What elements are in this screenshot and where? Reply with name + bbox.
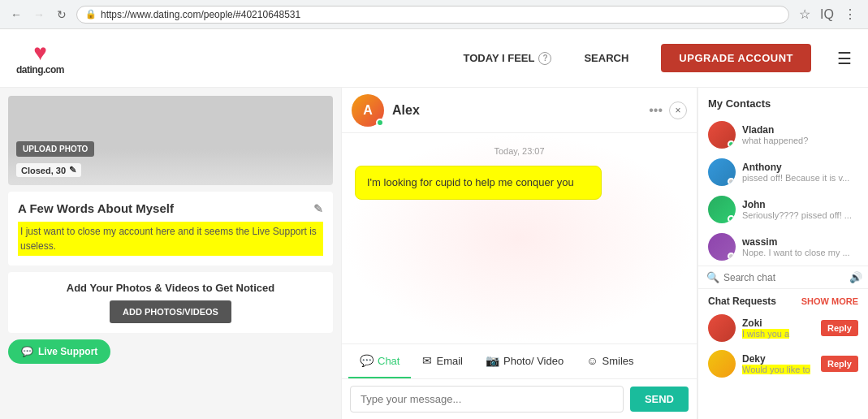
reload-button[interactable]: ↻ bbox=[54, 6, 70, 23]
search-chat-icon: 🔍 bbox=[706, 271, 719, 283]
photo-tab-label: Photo/ Video bbox=[503, 355, 564, 367]
avatar-status-dot bbox=[728, 140, 735, 148]
chat-background bbox=[342, 133, 697, 343]
about-section-title: A Few Words About Myself ✎ bbox=[18, 201, 323, 215]
contact-item[interactable]: wassim Nope. I want to close my ... bbox=[698, 228, 868, 266]
chat-requests-title: Chat Requests bbox=[708, 296, 776, 307]
contact-last-message: Seriously???? pissed off! ... bbox=[742, 210, 858, 220]
status-text: Closed, 30 bbox=[21, 166, 66, 175]
add-photos-button[interactable]: ADD PHOTOS/VIDEOS bbox=[110, 300, 231, 323]
request-message-row: Would you like to bbox=[742, 365, 814, 374]
logo-text: dating.com bbox=[16, 64, 64, 76]
request-item: Zoki I wish you a Reply bbox=[698, 310, 868, 346]
contact-last-message: Nope. I want to close my ... bbox=[742, 248, 858, 257]
photo-icon: 📷 bbox=[486, 354, 499, 367]
contact-avatar bbox=[708, 233, 736, 261]
secure-icon: 🔒 bbox=[85, 9, 97, 19]
contact-avatar bbox=[708, 158, 736, 186]
back-button[interactable]: ← bbox=[8, 6, 24, 23]
profile-bio: I just want to close my account here and… bbox=[18, 222, 323, 256]
about-section: A Few Words About Myself ✎ I just want t… bbox=[8, 192, 333, 266]
browser-actions: ☆ IQ ⋮ bbox=[796, 6, 860, 22]
show-more-link[interactable]: SHOW MORE bbox=[801, 296, 858, 306]
chat-header-actions: ••• × bbox=[649, 102, 687, 119]
chat-tab-photo[interactable]: 📷 Photo/ Video bbox=[474, 344, 575, 378]
iq-button[interactable]: IQ bbox=[817, 6, 837, 22]
bookmark-button[interactable]: ☆ bbox=[796, 6, 814, 22]
chat-tab-email[interactable]: ✉ Email bbox=[411, 344, 474, 378]
contact-info: John Seriously???? pissed off! ... bbox=[742, 199, 858, 220]
contact-item[interactable]: John Seriously???? pissed off! ... bbox=[698, 191, 868, 228]
request-name: Deky bbox=[742, 353, 814, 365]
contact-last-message: what happened? bbox=[742, 136, 858, 145]
request-avatar bbox=[708, 314, 736, 342]
chat-avatar: A bbox=[352, 94, 384, 127]
email-tab-label: Email bbox=[436, 355, 463, 367]
request-message: Would you like to bbox=[742, 365, 810, 374]
menu-button[interactable]: ⋮ bbox=[840, 6, 860, 22]
avatar-status-dot bbox=[728, 253, 735, 260]
forward-button[interactable]: → bbox=[31, 6, 47, 23]
search-link[interactable]: SEARCH bbox=[584, 52, 628, 64]
chat-tab-chat[interactable]: 💬 Chat bbox=[348, 344, 411, 378]
contacts-panel: My Contacts Vladan what happened? Anthon… bbox=[697, 88, 868, 419]
avatar-status-dot bbox=[728, 215, 735, 222]
contacts-title: My Contacts bbox=[698, 88, 868, 116]
chat-tabs: 💬 Chat ✉ Email 📷 Photo/ Video ☺ Smiles bbox=[342, 343, 697, 378]
photos-section: Add Your Photos & Videos to Get Noticed … bbox=[8, 272, 333, 333]
requests-list: Zoki I wish you a Reply Deky Would you l… bbox=[698, 310, 868, 382]
volume-icon: 🔊 bbox=[849, 271, 862, 283]
chat-user-name: Alex bbox=[392, 103, 420, 118]
send-button[interactable]: SEND bbox=[630, 387, 689, 412]
reply-button[interactable]: Reply bbox=[821, 356, 858, 372]
hamburger-button[interactable]: ☰ bbox=[837, 49, 852, 68]
contacts-list: Vladan what happened? Anthony pissed off… bbox=[698, 116, 868, 266]
edit-about-icon[interactable]: ✎ bbox=[313, 202, 323, 215]
header: ♥ dating.com TODAY I FEEL ? SEARCH UPGRA… bbox=[0, 29, 868, 88]
message-bubble: I'm looking for cupid to help me conquer… bbox=[355, 166, 602, 200]
chat-tab-label: Chat bbox=[378, 355, 399, 367]
upload-photo-button[interactable]: UPLOAD PHOTO bbox=[16, 141, 94, 157]
left-sidebar: UPLOAD PHOTO Closed, 30 ✎ A Few Words Ab… bbox=[0, 88, 341, 419]
upgrade-button[interactable]: UPGRADE ACCOUNT bbox=[661, 44, 811, 72]
contact-info: Anthony pissed off! Because it is v... bbox=[742, 162, 858, 183]
logo[interactable]: ♥ dating.com bbox=[16, 41, 64, 76]
chat-icon: 💬 bbox=[360, 354, 374, 367]
reply-button[interactable]: Reply bbox=[821, 320, 858, 336]
more-options-button[interactable]: ••• bbox=[649, 103, 663, 118]
chat-panel: A Alex ••• × Today, 23:07 I'm looking fo… bbox=[341, 88, 697, 419]
online-status-dot bbox=[376, 119, 384, 127]
request-item: Deky Would you like to Reply bbox=[698, 346, 868, 382]
request-message-row: I wish you a bbox=[742, 329, 814, 339]
request-info: Deky Would you like to bbox=[742, 353, 814, 374]
address-bar[interactable]: 🔒 https://www.dating.com/people/#4021064… bbox=[76, 6, 789, 24]
chat-input-area: SEND bbox=[342, 378, 697, 419]
search-chat-container: 🔍 🔊 bbox=[698, 266, 868, 289]
live-support-label: Live Support bbox=[38, 346, 97, 357]
browser-chrome: ← → ↻ 🔒 https://www.dating.com/people/#4… bbox=[0, 0, 868, 29]
contact-item[interactable]: Anthony pissed off! Because it is v... bbox=[698, 153, 868, 191]
today-i-feel-link[interactable]: TODAY I FEEL ? bbox=[464, 52, 552, 65]
request-info: Zoki I wish you a bbox=[742, 317, 814, 339]
chat-tab-smiles[interactable]: ☺ Smiles bbox=[575, 344, 645, 378]
request-avatar bbox=[708, 350, 736, 378]
contact-item[interactable]: Vladan what happened? bbox=[698, 116, 868, 153]
search-chat-input[interactable] bbox=[723, 272, 845, 283]
contact-name: wassim bbox=[742, 236, 858, 248]
close-chat-button[interactable]: × bbox=[669, 102, 687, 119]
chat-header: A Alex ••• × bbox=[342, 88, 697, 133]
photos-title: Add Your Photos & Videos to Get Noticed bbox=[18, 282, 323, 294]
about-title-text: A Few Words About Myself bbox=[18, 201, 174, 215]
chat-input[interactable] bbox=[350, 386, 624, 413]
help-icon: ? bbox=[538, 52, 551, 65]
contact-avatar bbox=[708, 121, 736, 149]
profile-hero: UPLOAD PHOTO Closed, 30 ✎ bbox=[8, 96, 333, 185]
edit-status-icon: ✎ bbox=[69, 165, 76, 175]
avatar-status-dot bbox=[728, 178, 735, 185]
today-i-feel-label: TODAY I FEEL bbox=[464, 52, 535, 64]
page: ♥ dating.com TODAY I FEEL ? SEARCH UPGRA… bbox=[0, 29, 868, 419]
contact-info: wassim Nope. I want to close my ... bbox=[742, 236, 858, 257]
live-support-button[interactable]: 💬 Live Support bbox=[8, 339, 110, 364]
chat-messages: Today, 23:07 I'm looking for cupid to he… bbox=[342, 133, 697, 343]
url-text: https://www.dating.com/people/#402106485… bbox=[101, 9, 780, 20]
